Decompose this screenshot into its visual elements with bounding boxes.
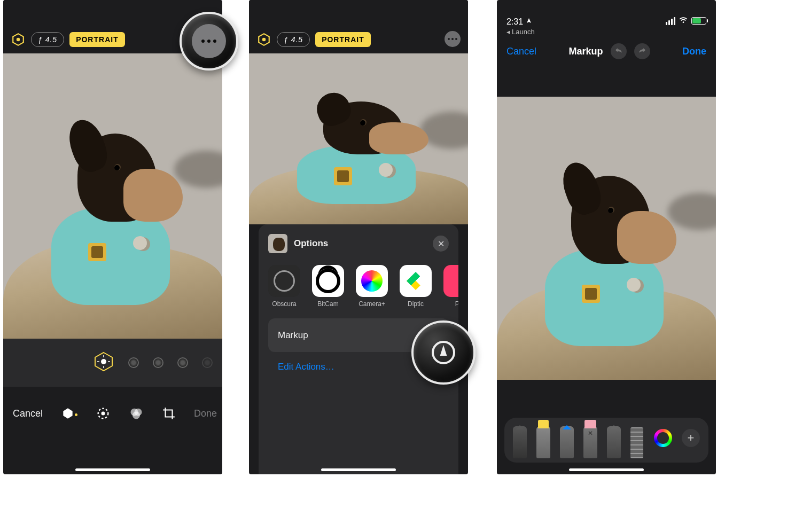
done-button[interactable]: Done	[682, 46, 706, 57]
eraser-tool[interactable]: ✕	[583, 426, 597, 458]
f-stop-pill[interactable]: ƒ 4.5	[31, 32, 64, 47]
options-thumbnail	[268, 234, 287, 253]
photo-preview[interactable]	[497, 97, 716, 380]
undo-icon[interactable]	[611, 43, 627, 59]
app-obscura[interactable]: Obscura	[268, 265, 300, 308]
screen-markup: 2:31 ◂ Launch Cancel Markup Done ✕ +	[497, 0, 716, 474]
photo-preview	[249, 53, 468, 224]
lighting-option-icon[interactable]	[153, 357, 163, 368]
lighting-option-icon[interactable]	[202, 357, 213, 368]
portrait-tab-icon[interactable]	[61, 404, 77, 423]
more-options-button[interactable]	[445, 31, 461, 47]
portrait-mode-pill[interactable]: PORTRAIT	[315, 32, 371, 47]
lighting-selected-icon[interactable]	[93, 351, 114, 374]
lighting-option-icon[interactable]	[128, 357, 139, 368]
edit-bottom-bar: Cancel Done	[3, 387, 222, 440]
screen-photo-edit: ƒ 4.5 PORTRAIT Cancel Done	[3, 0, 222, 474]
svg-point-15	[262, 38, 266, 42]
marker-tool-yellow[interactable]	[536, 426, 550, 458]
app-label: Camera+	[358, 300, 385, 308]
adjust-tab-icon[interactable]	[96, 404, 111, 423]
status-time: 2:31	[506, 17, 532, 27]
svg-point-13	[132, 412, 140, 419]
add-shape-icon[interactable]: +	[682, 429, 700, 447]
extension-apps-row[interactable]: Obscura BitCam Camera+ Diptic Pix	[259, 261, 458, 311]
status-bar: 2:31	[497, 0, 716, 28]
svg-marker-8	[63, 408, 72, 419]
svg-point-10	[102, 412, 105, 416]
battery-icon	[691, 17, 706, 25]
home-indicator[interactable]	[321, 468, 396, 471]
app-label: BitCam	[317, 300, 338, 308]
redo-icon[interactable]	[634, 43, 650, 59]
home-indicator[interactable]	[569, 468, 644, 471]
back-to-app[interactable]: ◂ Launch	[497, 28, 716, 39]
home-indicator[interactable]	[75, 468, 150, 471]
app-pix[interactable]: Pix	[443, 265, 458, 308]
options-title: Options	[294, 238, 328, 249]
app-bitcam[interactable]: BitCam	[312, 265, 344, 308]
pen-tool-black[interactable]	[513, 426, 527, 458]
ruler-tool[interactable]	[630, 427, 643, 458]
portrait-mode-pill[interactable]: PORTRAIT	[69, 32, 125, 47]
svg-point-3	[101, 359, 106, 364]
markup-title: Markup	[569, 46, 603, 57]
app-label: Obscura	[272, 300, 296, 308]
close-icon[interactable]: ✕	[433, 236, 449, 252]
app-label: Pix	[455, 300, 458, 308]
annotation-markup-icon	[411, 320, 476, 385]
markup-tool-palette: ✕ +	[504, 418, 708, 463]
pencil-tool-blue[interactable]	[560, 426, 574, 458]
portrait-hex-icon[interactable]	[11, 32, 26, 47]
app-label: Diptic	[408, 300, 424, 308]
f-stop-pill[interactable]: ƒ 4.5	[277, 32, 310, 47]
app-cameraplus[interactable]: Camera+	[356, 265, 388, 308]
svg-point-1	[17, 38, 20, 42]
cell-signal-icon	[666, 17, 675, 25]
app-diptic[interactable]: Diptic	[400, 265, 432, 308]
portrait-hex-icon[interactable]	[256, 32, 271, 47]
photo-preview	[3, 53, 222, 339]
markup-label: Markup	[278, 330, 308, 341]
markup-navbar: Cancel Markup Done	[497, 39, 716, 64]
lighting-option-icon[interactable]	[177, 357, 188, 368]
screen-options-sheet: ƒ 4.5 PORTRAIT Options ✕ Obscura BitCam …	[249, 0, 468, 474]
cancel-button[interactable]: Cancel	[13, 408, 43, 419]
crop-tab-icon[interactable]	[162, 404, 176, 423]
filters-tab-icon[interactable]	[129, 404, 144, 423]
annotation-more-button	[180, 12, 238, 71]
color-picker-icon[interactable]	[654, 429, 672, 447]
lasso-tool[interactable]	[607, 426, 621, 458]
edit-topbar: ƒ 4.5 PORTRAIT	[249, 0, 468, 53]
done-button[interactable]: Done	[194, 408, 217, 419]
cancel-button[interactable]: Cancel	[506, 46, 536, 57]
lighting-carousel[interactable]	[3, 339, 222, 387]
wifi-icon	[679, 15, 688, 27]
